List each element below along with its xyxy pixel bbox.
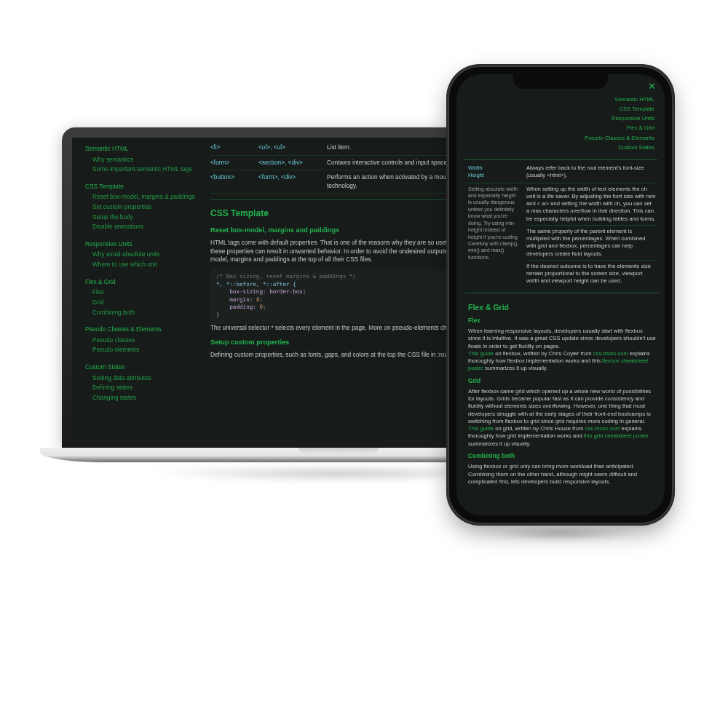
nav-sub[interactable]: Where to use which unit xyxy=(85,261,203,269)
subheading-grid: Grid xyxy=(468,377,656,385)
phone-nav-item[interactable]: Pseudo Classes & Elements xyxy=(456,135,654,142)
code-close: } xyxy=(216,312,220,318)
paragraph: This guide on grid, written by Chris Hou… xyxy=(468,425,656,448)
code-selector: *, *::before, *::after { xyxy=(216,281,296,288)
sidebar-nav: Semantic HTML Why semantics Some importa… xyxy=(72,138,210,440)
nav-sub[interactable]: Changing states xyxy=(85,394,203,403)
phone-article: Width Height Always refer back to the ro… xyxy=(456,165,665,515)
unit-desc: When setting up the width of text elemen… xyxy=(526,186,656,223)
nav-sub[interactable]: Flex xyxy=(85,288,203,297)
link-css-tricks[interactable]: css-tricks.com xyxy=(585,425,620,432)
code-value: 0 xyxy=(259,304,263,310)
nav-sub[interactable]: Setup the body xyxy=(85,213,203,222)
nav-section-custom-states: Custom States Setting data attributes De… xyxy=(85,363,203,402)
nav-sub[interactable]: Why semantics xyxy=(85,156,203,165)
nav-sub[interactable]: Defining states xyxy=(85,384,203,392)
tag-parent: <section>, <div> xyxy=(258,159,323,167)
unit-desc: Always refer back to the root element's … xyxy=(526,165,656,180)
table-row: Setting absolute width and especially he… xyxy=(468,186,656,285)
subheading-combining: Combining both xyxy=(468,452,656,460)
phone-screen: ✕ Semantic HTML CSS Template Responsive … xyxy=(456,74,665,515)
nav-section-css-template: CSS Template Reset box-model, margins & … xyxy=(85,183,203,232)
phone-notch xyxy=(513,73,608,89)
phone-nav-item[interactable]: Semantic HTML xyxy=(456,96,654,103)
link-css-tricks[interactable]: css-tricks.com xyxy=(593,350,628,357)
paragraph: Using flexbox or grid only can bring mor… xyxy=(468,463,656,486)
table-row: Width Height Always refer back to the ro… xyxy=(468,165,656,180)
code-comment: /* Box sizing, reset margins & paddings … xyxy=(216,273,356,280)
row-divider xyxy=(526,260,656,261)
nav-sub[interactable]: Pseudo elements xyxy=(85,346,203,355)
phone-bezel: ✕ Semantic HTML CSS Template Responsive … xyxy=(448,66,673,524)
nav-sub[interactable]: Pseudo classes xyxy=(85,336,203,345)
phone-content-wrapper: ✕ Semantic HTML CSS Template Responsive … xyxy=(456,74,665,515)
unit-name: Width Height xyxy=(468,165,521,180)
code-value: 0 xyxy=(256,296,260,303)
nav-sub[interactable]: Some important semantic HTML tags xyxy=(85,165,203,174)
link-this-guide-flex[interactable]: This guide xyxy=(468,350,494,357)
nav-sub[interactable]: Reset box-model, margins & paddings xyxy=(85,193,203,202)
row-divider xyxy=(526,225,656,226)
row-divider xyxy=(468,183,656,183)
link-this-guide-grid[interactable]: This guide xyxy=(468,425,494,432)
nav-head-semantic-html[interactable]: Semantic HTML xyxy=(85,145,203,154)
unit-note: Setting absolute width and especially he… xyxy=(468,186,521,285)
unit-desc: If the desired outcome is to have the el… xyxy=(526,263,656,285)
nav-sub[interactable]: Combining both xyxy=(85,309,203,317)
paragraph: After flexbox came grid which opened up … xyxy=(468,388,656,425)
section-divider xyxy=(464,159,657,160)
nav-sub[interactable]: Disable animations xyxy=(85,223,203,232)
section-divider xyxy=(465,293,659,293)
link-grid-poster[interactable]: this grid cheatsheet poster xyxy=(584,432,649,439)
nav-section-semantic-html: Semantic HTML Why semantics Some importa… xyxy=(85,145,203,174)
phone-nav-item[interactable]: Flex & Grid xyxy=(456,124,654,132)
tag-element: <li> xyxy=(210,143,254,152)
unit-desc: The same property of the parent element … xyxy=(526,228,656,258)
paragraph: When learning responsive layouts, develo… xyxy=(468,328,656,350)
nav-head-responsive-units[interactable]: Responsive Units xyxy=(85,240,203,249)
nav-head-css-template[interactable]: CSS Template xyxy=(85,183,203,191)
nav-section-pseudo: Pseudo Classes & Elements Pseudo classes… xyxy=(85,325,203,355)
phone-mockup: ✕ Semantic HTML CSS Template Responsive … xyxy=(448,66,673,539)
text: on grid, written by Chris House from xyxy=(494,425,585,432)
text: summarizes it up visually. xyxy=(468,440,531,447)
heading-flex-grid: Flex & Grid xyxy=(468,302,656,312)
phone-nav-item[interactable]: CSS Template xyxy=(456,106,654,113)
code-line: box-sizing: border-box; xyxy=(229,288,306,295)
nav-sub[interactable]: Why avoid absolute units xyxy=(85,250,203,259)
phone-nav-item[interactable]: Responsive Units xyxy=(456,115,654,122)
phone-nav-item[interactable]: Custom States xyxy=(456,144,654,151)
text: summarizes it up visually. xyxy=(483,365,547,371)
tag-element: <button> xyxy=(210,173,254,190)
nav-sub[interactable]: Setting data attributes xyxy=(85,374,203,383)
nav-section-flex-grid: Flex & Grid Flex Grid Combining both xyxy=(85,278,203,317)
tag-element: <form> xyxy=(210,159,254,167)
nav-section-responsive-units: Responsive Units Why avoid absolute unit… xyxy=(85,240,203,269)
tag-parent: <form>, <div> xyxy=(258,173,323,190)
phone-nav: Semantic HTML CSS Template Responsive Un… xyxy=(456,96,665,159)
nav-sub[interactable]: Set custom properties xyxy=(85,203,203,212)
paragraph: This guide on flexbox, written by Chris … xyxy=(468,350,656,373)
nav-head-custom-states[interactable]: Custom States xyxy=(85,363,203,372)
code-line: padding: xyxy=(229,304,256,310)
subheading-flex: Flex xyxy=(468,317,656,325)
tag-parent: <ol>, <ul> xyxy=(258,143,323,152)
text: on flexbox, written by Chris Coyier from xyxy=(494,350,593,357)
nav-sub[interactable]: Grid xyxy=(85,298,203,307)
phone-shadow xyxy=(437,530,684,566)
nav-head-pseudo[interactable]: Pseudo Classes & Elements xyxy=(85,325,203,334)
nav-head-flex-grid[interactable]: Flex & Grid xyxy=(85,278,203,287)
code-line: margin: xyxy=(229,296,253,303)
